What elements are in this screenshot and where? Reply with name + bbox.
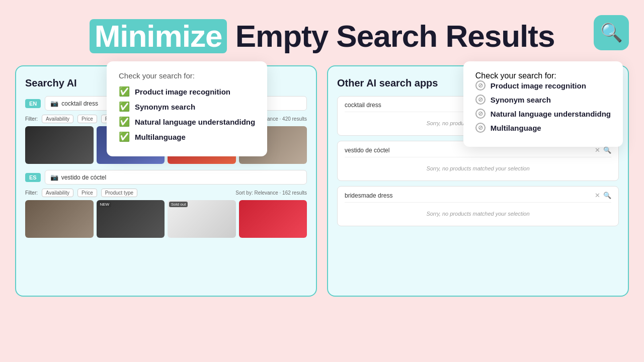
checklist-right-item-4: ⊘ Multilanguage	[475, 123, 611, 133]
query-text-1: cocktail dress	[345, 102, 381, 109]
checklist-left-item-2: ✅ Synonym search	[119, 101, 255, 112]
search-input-es[interactable]: 📷 vestido de cóctel	[45, 170, 307, 185]
empty-msg-3: Sorry, no products matched your selectio…	[345, 207, 611, 221]
product-thumb-8	[239, 200, 307, 238]
check-icon-2: ✅	[119, 101, 130, 112]
checklist-left-item-3: ✅ Natural language understandidng	[119, 116, 255, 127]
checklist-left-label-1: Product image recognition	[135, 87, 230, 96]
sort-info-es: Sort by: Relevance · 162 results	[235, 190, 307, 196]
search-result-query-2: vestido de cóctel ✕ 🔍	[345, 146, 611, 157]
filter-row-es: Filter: Availability Price Product type …	[25, 189, 307, 197]
searchy-ai-panel: Searchy AI Check your search for: ✅ Prod…	[15, 65, 317, 297]
heading-rest: Empty Search Results	[227, 19, 554, 53]
main-heading: Minimize Empty Search Results	[0, 19, 644, 53]
search-result-query-3: bridesmade dress ✕ 🔍	[345, 192, 611, 203]
empty-msg-2: Sorry, no products matched your selectio…	[345, 161, 611, 175]
check-icon-1: ✅	[119, 86, 130, 97]
checklist-left-item-4: ✅ Multilanguage	[119, 131, 255, 142]
x-icon-2: ⊘	[475, 95, 486, 105]
search-icon-3[interactable]: 🔍	[603, 192, 611, 199]
query-text-3: bridesmade dress	[345, 192, 392, 199]
filter-price[interactable]: Price	[77, 115, 97, 123]
checklist-right-item-3: ⊘ Natural language understandidng	[475, 109, 611, 119]
checklist-right-heading: Check your search for:	[475, 71, 611, 80]
page-header: Minimize Empty Search Results	[0, 0, 644, 65]
checklist-left-label-4: Multilanguage	[135, 133, 186, 141]
checklist-right-label-3: Natural language understandidng	[491, 110, 611, 118]
lang-badge-es: ES	[25, 173, 41, 182]
filter-product-type-es[interactable]: Product type	[101, 189, 137, 197]
checklist-card-left: Check your search for: ✅ Product image r…	[107, 61, 267, 156]
query-text-2: vestido de cóctel	[345, 147, 389, 154]
search-icons-2: ✕ 🔍	[595, 146, 611, 154]
product-grid-es: NEW Sold out	[25, 200, 307, 238]
product-thumb-1	[25, 126, 94, 164]
filter-availability[interactable]: Availability	[42, 115, 73, 123]
search-query-en: cocktail dress	[61, 100, 98, 107]
search-query-es: vestido de cóctel	[61, 174, 106, 181]
clear-icon-3[interactable]: ✕	[595, 192, 600, 199]
checklist-right-label-1: Product image recognition	[491, 81, 586, 90]
other-ai-panel: Other AI search apps Check your search f…	[327, 65, 629, 297]
new-badge: NEW	[98, 202, 112, 207]
check-icon-4: ✅	[119, 131, 130, 142]
lang-badge-en: EN	[25, 99, 41, 108]
product-thumb-5	[25, 200, 94, 238]
search-row-es: ES 📷 vestido de cóctel	[25, 170, 307, 185]
soldout-badge: Sold out	[169, 202, 188, 207]
checklist-left-heading: Check your search for:	[119, 71, 255, 80]
search-result-3: bridesmade dress ✕ 🔍 Sorry, no products …	[337, 186, 619, 226]
checklist-right-label-4: Multilanguage	[491, 124, 541, 132]
checklist-left-label-2: Synonym search	[135, 103, 195, 111]
checklist-right-item-1: ⊘ Product image recognition	[475, 80, 611, 90]
checklist-left-item-1: ✅ Product image recognition	[119, 86, 255, 97]
checklist-right-item-2: ⊘ Synonym search	[475, 95, 611, 105]
filter-price-es[interactable]: Price	[77, 189, 97, 197]
heading-highlight: Minimize	[90, 19, 227, 53]
product-thumb-6: NEW	[97, 200, 165, 238]
search-icons-3: ✕ 🔍	[595, 192, 611, 199]
checklist-right-label-2: Synonym search	[491, 96, 551, 104]
checklist-left-label-3: Natural language understandidng	[135, 118, 255, 126]
filter-availability-es[interactable]: Availability	[42, 189, 73, 197]
camera-icon-es: 📷	[50, 173, 58, 181]
checklist-card-right: Check your search for: ⊘ Product image r…	[463, 61, 623, 147]
x-icon-3: ⊘	[475, 109, 486, 119]
camera-icon: 📷	[50, 100, 58, 107]
filter-label-es: Filter:	[25, 190, 38, 196]
product-thumb-7: Sold out	[168, 200, 236, 238]
check-icon-3: ✅	[119, 116, 130, 127]
search-icon[interactable]: 🔍	[603, 146, 611, 154]
x-icon-4: ⊘	[475, 123, 486, 133]
main-panels: Searchy AI Check your search for: ✅ Prod…	[0, 65, 644, 297]
search-result-2: vestido de cóctel ✕ 🔍 Sorry, no products…	[337, 141, 619, 181]
filter-label-en: Filter:	[25, 116, 38, 122]
x-icon-1: ⊘	[475, 80, 486, 90]
clear-icon[interactable]: ✕	[595, 146, 600, 154]
